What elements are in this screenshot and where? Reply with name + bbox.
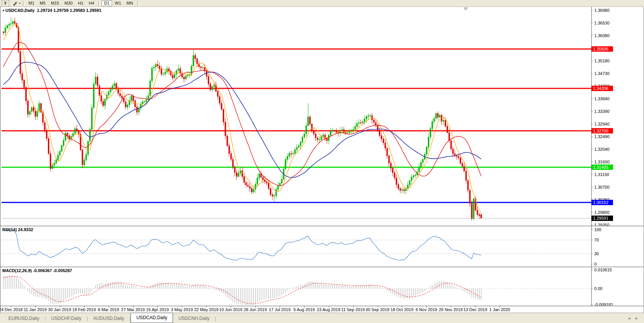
- macd-label: MACD(12,26,9) -0.006367 -0.005287: [2, 268, 72, 273]
- mt4-window: T ▾ M1M5M15M30H1H4 D1W1MN ▾ USDCAD,Daily…: [0, 0, 644, 323]
- time-tick-label: 30 Jan 2019: [48, 307, 72, 312]
- timeframe-button-mn[interactable]: MN: [124, 0, 136, 6]
- price-axis[interactable]: 1.369801.365301.360801.351801.347301.342…: [591, 7, 610, 226]
- price-tick-label: 1.29800: [594, 210, 610, 215]
- rsi-tick-label: 30: [594, 251, 599, 256]
- rsi-chart[interactable]: 10070300: [0, 226, 644, 267]
- macd-indicator-panel[interactable]: MACD(12,26,9) -0.006367 -0.005287 0.0106…: [0, 267, 644, 306]
- arrows-tool-button[interactable]: ▾: [12, 1, 21, 6]
- chart-tab-usdcad[interactable]: USDCAD,Daily: [130, 313, 173, 323]
- price-tick-label: 1.31150: [594, 172, 609, 177]
- time-tick-label: 13 Dec 2019: [463, 307, 487, 312]
- price-tick-label: 1.33840: [594, 96, 610, 101]
- chart-ohlc-values: 1.29724 1.29759 1.29583 1.29591: [37, 8, 101, 13]
- time-tick-label: 11 Sep 2019: [341, 307, 365, 312]
- price-tick-label: 1.36980: [594, 8, 610, 13]
- time-tick-label: 5 Aug 2019: [293, 307, 315, 312]
- price-badge: 1.34206: [592, 86, 613, 91]
- timeframe-button-m1[interactable]: M1: [26, 0, 37, 6]
- timeframe-button-d1[interactable]: D1: [101, 0, 112, 6]
- text-tool-button[interactable]: T: [2, 0, 9, 7]
- time-tick-label: 24 Dec 2018: [0, 307, 23, 312]
- time-tick-label: 1 Jan 2020: [489, 307, 510, 312]
- price-tick-label: 1.30700: [594, 185, 610, 189]
- time-tick-label: 10 Jun 2019: [219, 307, 243, 312]
- price-badge: 1.35606: [592, 46, 613, 52]
- tab-scroll-left-icon[interactable]: ◄: [627, 316, 631, 320]
- price-tick-label: 1.32040: [594, 147, 610, 152]
- svg-text:1.35606: 1.35606: [593, 47, 608, 51]
- svg-text:1.29591: 1.29591: [593, 216, 608, 220]
- slow-ma-line: [3, 62, 481, 178]
- svg-text:1.34206: 1.34206: [593, 86, 608, 91]
- macd-tick-label: -0.009181: [594, 302, 613, 306]
- time-tick-label: 30 Sep 2019: [365, 307, 389, 312]
- svg-text:1.32700: 1.32700: [593, 129, 608, 133]
- rsi-tick-label: 70: [594, 238, 599, 242]
- time-tick-label: 28 Jun 2019: [244, 307, 267, 312]
- time-tick-label: 25 Nov 2019: [439, 307, 463, 312]
- price-tick-label: 1.32940: [594, 122, 610, 126]
- chevron-down-icon[interactable]: ▾: [19, 2, 21, 5]
- medium-ma-line: [3, 42, 481, 186]
- svg-text:1.30152: 1.30152: [593, 200, 608, 205]
- macd-histogram: [3, 276, 481, 305]
- macd-tick-label: 0.010615: [594, 268, 612, 272]
- toolbar-separator: [23, 1, 24, 6]
- price-tick-label: 1.31600: [594, 160, 610, 164]
- rsi-indicator-panel[interactable]: RSI(14) 24.9332 10070300: [0, 226, 644, 267]
- time-tick-label: 6 Nov 2019: [416, 307, 437, 312]
- price-tick-label: 1.32490: [594, 134, 610, 139]
- macd-axis[interactable]: 0.0106150.00-0.009181: [591, 267, 613, 306]
- price-tick-label: 1.35180: [594, 59, 610, 63]
- price-badge: 1.30152: [592, 200, 613, 205]
- macd-chart[interactable]: 0.0106150.00-0.009181: [0, 267, 644, 306]
- toolbar: T ▾ M1M5M15M30H1H4 D1W1MN: [0, 0, 644, 7]
- chart-workspace: ▾ USDCAD,Daily 1.29724 1.29759 1.29583 1…: [0, 7, 644, 313]
- timeframe-button-m5[interactable]: M5: [37, 0, 48, 6]
- chart-tab-eurusd[interactable]: EURUSD,Daily: [3, 314, 45, 323]
- price-tick-label: 1.29350: [594, 223, 610, 226]
- tab-scroll-right-icon[interactable]: ►: [635, 316, 639, 320]
- candlestick-chart[interactable]: 1.369801.365301.360801.351801.347301.342…: [0, 7, 644, 226]
- timeframe-button-m30[interactable]: M30: [62, 0, 75, 6]
- chart-title[interactable]: ▾ USDCAD,Daily 1.29724 1.29759 1.29583 1…: [3, 8, 101, 13]
- diagonal-arrows-icon: [12, 1, 18, 6]
- price-tick-label: 1.33390: [594, 109, 610, 114]
- chart-tab-usdcnh[interactable]: USDCNH,Daily: [173, 314, 215, 323]
- rsi-label: RSI(14) 24.9332: [2, 227, 33, 232]
- timeframe-button-m15[interactable]: M15: [48, 0, 62, 6]
- time-tick-label: 15 Apr 2019: [146, 307, 169, 312]
- macd-tick-label: 0.00: [594, 286, 602, 291]
- rsi-axis[interactable]: 10070300: [591, 226, 601, 267]
- tab-separator: |: [215, 316, 216, 323]
- tab-scroll-controls: ◄ ►: [627, 316, 644, 323]
- time-tick-label: 23 Aug 2019: [317, 307, 341, 312]
- price-chart-panel[interactable]: ▾ USDCAD,Daily 1.29724 1.29759 1.29583 1…: [0, 7, 644, 226]
- candles: [3, 17, 482, 220]
- chart-tab-bar: EURUSD,Daily|USDCHF,Daily|AUDUSD,Daily|U…: [0, 313, 644, 323]
- price-badge: 1.32700: [592, 128, 613, 134]
- timeframe-button-h1[interactable]: H1: [75, 0, 86, 6]
- timeframe-button-w1[interactable]: W1: [112, 0, 124, 6]
- timeframe-group: D1W1MN: [101, 0, 136, 6]
- price-badge: 1.29591: [592, 215, 613, 221]
- rsi-line: [3, 230, 481, 260]
- price-tick-label: 1.36530: [594, 21, 610, 25]
- price-tick-label: 1.34730: [594, 71, 610, 76]
- symbol-dropdown-icon[interactable]: ▾: [3, 9, 4, 12]
- timeframe-button-h4[interactable]: H4: [86, 0, 97, 6]
- time-tick-label: 18 Feb 2019: [72, 307, 96, 312]
- toolbar-separator: [137, 1, 139, 6]
- toolbar-separator: [98, 1, 100, 6]
- price-badge: 1.31405: [592, 165, 613, 170]
- time-tick-label: 3 May 2019: [171, 307, 193, 312]
- rsi-tick-label: 100: [594, 227, 601, 232]
- chart-shift-marker[interactable]: [464, 8, 468, 10]
- chart-tab-usdchf[interactable]: USDCHF,Daily: [46, 314, 87, 323]
- time-tick-label: 8 Mar 2019: [98, 307, 119, 312]
- price-tick-label: 1.36080: [594, 33, 610, 38]
- time-axis[interactable]: 24 Dec 201811 Jan 201930 Jan 201918 Feb …: [0, 306, 644, 313]
- chart-tab-audusd[interactable]: AUDUSD,Daily: [88, 314, 130, 323]
- time-tick-label: 18 Oct 2019: [390, 307, 413, 312]
